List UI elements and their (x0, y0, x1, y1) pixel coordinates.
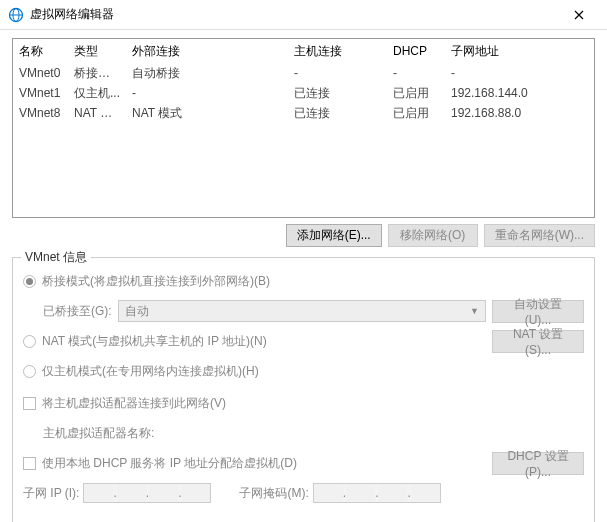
dhcp-check[interactable] (23, 457, 36, 470)
subnet-mask-label: 子网掩码(M): (239, 485, 308, 502)
cell-subnet: - (445, 64, 594, 82)
cell-host: 已连接 (288, 83, 387, 104)
host-adapter-check[interactable] (23, 397, 36, 410)
auto-settings-button[interactable]: 自动设置(U)... (492, 300, 584, 323)
col-dhcp: DHCP (387, 40, 445, 62)
dhcp-settings-button[interactable]: DHCP 设置(P)... (492, 452, 584, 475)
table-header: 名称 类型 外部连接 主机连接 DHCP 子网地址 (13, 39, 594, 63)
add-network-button[interactable]: 添加网络(E)... (286, 224, 382, 247)
subnet-ip-input[interactable]: ... (83, 483, 211, 503)
subnet-ip-label: 子网 IP (I): (23, 485, 79, 502)
cell-dhcp: - (387, 64, 445, 82)
cell-name: VMnet1 (13, 84, 68, 102)
host-adapter-check-label: 将主机虚拟适配器连接到此网络(V) (42, 395, 226, 412)
close-button[interactable] (559, 1, 599, 29)
bridge-select-value: 自动 (125, 303, 149, 320)
cell-dhcp: 已启用 (387, 103, 445, 124)
table-row[interactable]: VMnet8NAT 模式NAT 模式已连接已启用192.168.88.0 (13, 103, 594, 123)
cell-name: VMnet0 (13, 64, 68, 82)
col-host: 主机连接 (288, 39, 387, 64)
table-row[interactable]: VMnet1仅主机...-已连接已启用192.168.144.0 (13, 83, 594, 103)
table-row[interactable]: VMnet0桥接模式自动桥接--- (13, 63, 594, 83)
cell-subnet: 192.168.144.0 (445, 84, 594, 102)
cell-host: 已连接 (288, 103, 387, 124)
cell-dhcp: 已启用 (387, 83, 445, 104)
network-table[interactable]: 名称 类型 外部连接 主机连接 DHCP 子网地址 VMnet0桥接模式自动桥接… (12, 38, 595, 218)
col-name: 名称 (13, 39, 68, 64)
remove-network-button[interactable]: 移除网络(O) (388, 224, 478, 247)
col-type: 类型 (68, 39, 126, 64)
cell-subnet: 192.168.88.0 (445, 104, 594, 122)
chevron-down-icon: ▼ (470, 306, 479, 316)
cell-name: VMnet8 (13, 104, 68, 122)
hostonly-radio[interactable] (23, 365, 36, 378)
bridge-radio[interactable] (23, 275, 36, 288)
rename-network-button[interactable]: 重命名网络(W)... (484, 224, 595, 247)
cell-ext: - (126, 84, 288, 102)
col-subnet: 子网地址 (445, 39, 594, 64)
cell-host: - (288, 64, 387, 82)
nat-settings-button[interactable]: NAT 设置(S)... (492, 330, 584, 353)
dhcp-check-label: 使用本地 DHCP 服务将 IP 地址分配给虚拟机(D) (42, 455, 492, 472)
hostonly-radio-label: 仅主机模式(在专用网络内连接虚拟机)(H) (42, 363, 259, 380)
nat-radio-label: NAT 模式(与虚拟机共享主机的 IP 地址)(N) (42, 333, 492, 350)
window-title: 虚拟网络编辑器 (30, 6, 559, 23)
bridge-select[interactable]: 自动 ▼ (118, 300, 486, 322)
vmnet-info-group: VMnet 信息 桥接模式(将虚拟机直接连接到外部网络)(B) 已桥接至(G):… (12, 257, 595, 522)
bridge-to-label: 已桥接至(G): (43, 303, 112, 320)
app-icon (8, 7, 24, 23)
group-title: VMnet 信息 (21, 249, 91, 266)
titlebar: 虚拟网络编辑器 (0, 0, 607, 30)
cell-ext: NAT 模式 (126, 103, 288, 124)
subnet-mask-input[interactable]: ... (313, 483, 441, 503)
close-icon (574, 10, 584, 20)
cell-type: 桥接模式 (68, 63, 126, 84)
cell-ext: 自动桥接 (126, 63, 288, 84)
nat-radio[interactable] (23, 335, 36, 348)
bridge-radio-label: 桥接模式(将虚拟机直接连接到外部网络)(B) (42, 273, 270, 290)
cell-type: NAT 模式 (68, 103, 126, 124)
host-adapter-name-label: 主机虚拟适配器名称: (43, 425, 154, 442)
col-ext: 外部连接 (126, 39, 288, 64)
cell-type: 仅主机... (68, 83, 126, 104)
